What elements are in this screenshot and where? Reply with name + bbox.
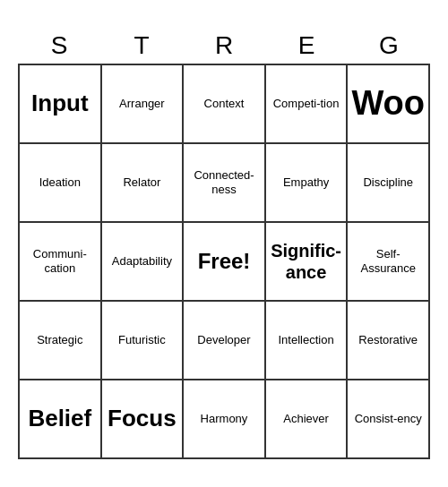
- header-letter-T: T: [100, 28, 183, 64]
- cell-8: Empathy: [266, 144, 349, 223]
- cell-16: Futuristic: [102, 302, 185, 380]
- header-letter-G: G: [348, 28, 430, 64]
- header-letter-S: S: [18, 28, 100, 64]
- cell-21: Focus: [102, 380, 185, 459]
- cell-14: Self-Assurance: [348, 223, 430, 302]
- cell-17: Developer: [184, 302, 266, 380]
- cell-18: Intellection: [266, 302, 349, 380]
- header-letter-E: E: [265, 28, 348, 64]
- cell-1: Arranger: [102, 65, 185, 144]
- cell-9: Discipline: [348, 144, 430, 223]
- cell-0: Input: [20, 65, 102, 144]
- cell-22: Harmony: [184, 380, 266, 459]
- cell-19: Restorative: [348, 302, 430, 380]
- cell-3: Competi-tion: [266, 65, 349, 144]
- cell-20: Belief: [20, 380, 102, 459]
- cell-5: Ideation: [20, 144, 102, 223]
- header-letter-R: R: [183, 28, 265, 64]
- cell-6: Relator: [102, 144, 185, 223]
- cell-12: Free!: [184, 223, 266, 302]
- cell-10: Communi-cation: [20, 223, 102, 302]
- cell-13: Signific-ance: [266, 223, 349, 302]
- cell-11: Adaptability: [102, 223, 185, 302]
- bingo-card: STREG InputArrangerContextCompeti-tionWo…: [18, 28, 430, 459]
- cell-23: Achiever: [266, 380, 349, 459]
- cell-2: Context: [184, 65, 266, 144]
- cell-15: Strategic: [20, 302, 102, 380]
- cell-24: Consist-ency: [348, 380, 430, 459]
- bingo-grid: InputArrangerContextCompeti-tionWooIdeat…: [18, 64, 430, 459]
- cell-7: Connected-ness: [184, 144, 266, 223]
- header-row: STREG: [18, 28, 430, 64]
- cell-4: Woo: [348, 65, 430, 144]
